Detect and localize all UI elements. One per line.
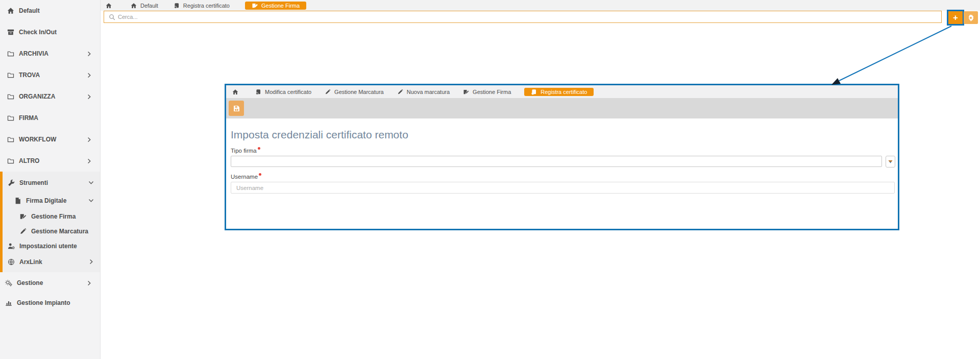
chevron-right-icon xyxy=(88,259,94,265)
save-button[interactable] xyxy=(229,101,244,116)
sidebar-item-firma[interactable]: FIRMA xyxy=(0,107,100,129)
sidebar-item-check-in-out[interactable]: Check In/Out xyxy=(0,21,100,43)
sidebar-item-label: Gestione xyxy=(17,279,43,286)
tab-label: Registra certificato xyxy=(541,89,587,95)
chevron-down-icon xyxy=(88,180,94,185)
sidebar-item-gestione[interactable]: Gestione xyxy=(0,272,100,294)
panel-tab-home[interactable] xyxy=(232,89,242,95)
chevron-right-icon xyxy=(86,73,92,78)
tipo-firma-label: Tipo firma xyxy=(231,148,260,154)
folder-icon xyxy=(7,50,14,58)
chart-icon xyxy=(5,299,12,307)
tab-label: Default xyxy=(140,3,158,9)
gear-icon xyxy=(967,14,974,21)
folder-icon xyxy=(7,71,14,79)
tab-label: Gestione Marcatura xyxy=(334,89,384,95)
panel-toolbar xyxy=(226,98,898,118)
chevron-right-icon xyxy=(86,280,92,286)
chevron-right-icon xyxy=(86,137,92,142)
search-row: + xyxy=(101,11,980,23)
sidebar-item-label: ALTRO xyxy=(19,157,39,164)
sidebar: Default Check In/Out ARCHIVIA TROVA ORGA… xyxy=(0,0,101,359)
tab-registra-certificato[interactable]: Registra certificato xyxy=(174,3,230,9)
sidebar-item-label: Strumenti xyxy=(19,179,48,186)
folder-icon xyxy=(7,157,14,165)
sidebar-item-impostazioni-utente[interactable]: Impostazioni utente xyxy=(3,238,100,253)
sidebar-item-strumenti[interactable]: Strumenti xyxy=(3,173,100,192)
tipo-firma-field xyxy=(231,156,898,167)
annotation-highlight-box: + xyxy=(947,10,964,26)
page-title: Imposta credenziali certificato remoto xyxy=(231,129,898,141)
folder-icon xyxy=(7,136,14,143)
home-icon xyxy=(232,89,238,95)
panel-tab-bar: Modifica certificato Gestione Marcatura … xyxy=(226,85,898,98)
search-icon xyxy=(109,14,115,20)
certificate-icon xyxy=(255,89,261,95)
sidebar-item-label: Gestione Firma xyxy=(31,213,76,220)
sidebar-item-trova[interactable]: TROVA xyxy=(0,64,100,86)
tab-gestione-firma[interactable]: Gestione Firma xyxy=(245,2,306,10)
sidebar-item-archivia[interactable]: ARCHIVIA xyxy=(0,43,100,64)
cogs-icon xyxy=(5,279,12,287)
signature-icon xyxy=(19,212,27,220)
tab-label: Gestione Firma xyxy=(261,3,300,9)
sidebar-item-label: Gestione Marcatura xyxy=(31,228,88,235)
sidebar-item-gestione-impianto[interactable]: Gestione Impianto xyxy=(0,294,100,312)
sidebar-item-default[interactable]: Default xyxy=(0,0,100,21)
sidebar-item-gestione-marcatura[interactable]: Gestione Marcatura xyxy=(3,224,100,238)
chevron-down-icon xyxy=(88,198,94,203)
panel-tab-nuova-marcatura[interactable]: Nuova marcatura xyxy=(397,89,450,95)
tab-default[interactable]: Default xyxy=(131,3,158,9)
username-field[interactable] xyxy=(231,182,895,194)
sidebar-item-arxlink[interactable]: ArxLink xyxy=(3,253,100,270)
home-icon xyxy=(131,3,137,9)
required-indicator xyxy=(259,173,261,176)
sidebar-item-label: WORKFLOW xyxy=(19,136,56,143)
tab-label: Nuova marcatura xyxy=(407,89,450,95)
dropdown-arrow-icon xyxy=(888,160,893,163)
home-icon xyxy=(7,7,14,15)
certificate-panel: Modifica certificato Gestione Marcatura … xyxy=(225,84,899,230)
chevron-right-icon xyxy=(86,158,92,164)
chevron-right-icon xyxy=(86,51,92,57)
sidebar-item-workflow[interactable]: WORKFLOW xyxy=(0,129,100,150)
home-icon xyxy=(106,3,112,9)
panel-tab-modifica-certificato[interactable]: Modifica certificato xyxy=(255,89,311,95)
sidebar-item-firma-digitale[interactable]: Firma Digitale xyxy=(3,192,100,209)
sidebar-item-label: Gestione Impianto xyxy=(17,299,70,306)
settings-button[interactable] xyxy=(964,11,978,24)
panel-tab-gestione-marcatura[interactable]: Gestione Marcatura xyxy=(325,89,384,95)
sidebar-item-label: Impostazioni utente xyxy=(19,243,77,250)
plus-icon: + xyxy=(953,13,958,22)
search-input[interactable] xyxy=(118,14,941,20)
panel-tab-registra-certificato[interactable]: Registra certificato xyxy=(524,88,594,96)
tipo-firma-dropdown-button[interactable] xyxy=(886,156,895,167)
tab-label: Modifica certificato xyxy=(265,89,311,95)
sidebar-active-section: Strumenti Firma Digitale Gestione Firma … xyxy=(0,172,100,272)
pen-icon xyxy=(397,89,403,95)
pen-icon xyxy=(325,89,331,95)
sidebar-item-gestione-firma[interactable]: Gestione Firma xyxy=(3,209,100,224)
required-indicator xyxy=(258,147,260,150)
main-content: Modifica certificato Gestione Marcatura … xyxy=(101,23,980,359)
tab-home[interactable] xyxy=(106,3,115,9)
tab-label: Registra certificato xyxy=(183,3,230,9)
signature-icon xyxy=(463,89,469,95)
wrench-icon xyxy=(7,179,15,186)
save-icon xyxy=(233,105,240,112)
sidebar-item-organizza[interactable]: ORGANIZZA xyxy=(0,86,100,107)
panel-tab-gestione-firma[interactable]: Gestione Firma xyxy=(463,89,511,95)
certificate-icon xyxy=(531,89,537,95)
tipo-firma-select[interactable] xyxy=(231,156,882,167)
sidebar-item-label: Check In/Out xyxy=(19,29,57,36)
sidebar-item-label: ORGANIZZA xyxy=(19,93,55,100)
sidebar-item-altro[interactable]: ALTRO xyxy=(0,150,100,172)
tab-label: Gestione Firma xyxy=(473,89,511,95)
topbar: Default Registra certificato Gestione Fi… xyxy=(101,0,980,23)
add-tab-button[interactable]: + xyxy=(948,11,963,24)
file-icon xyxy=(14,197,21,204)
signature-icon xyxy=(252,3,258,9)
folder-icon xyxy=(7,114,14,122)
certificate-icon xyxy=(174,3,180,9)
archive-icon xyxy=(7,29,14,36)
